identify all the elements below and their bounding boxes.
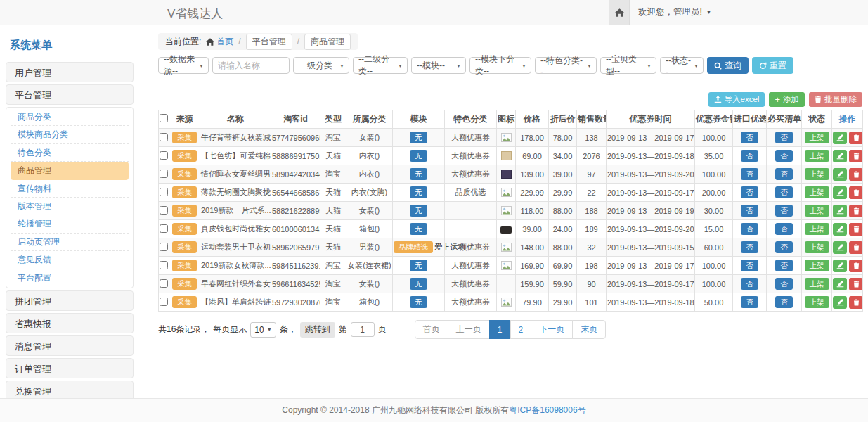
must-buy-toggle[interactable]: 否: [775, 132, 793, 143]
next-page-button[interactable]: 下一页: [531, 320, 573, 339]
delete-button[interactable]: [849, 296, 863, 309]
status-toggle[interactable]: 上架: [805, 223, 829, 235]
sidebar-item[interactable]: 省惠快报: [6, 313, 134, 333]
query-button[interactable]: 查询: [707, 57, 749, 74]
must-buy-toggle[interactable]: 否: [775, 278, 793, 290]
topbar-home-button[interactable]: [609, 0, 630, 25]
last-page-button[interactable]: 末页: [572, 320, 606, 339]
import-pref-toggle[interactable]: 否: [741, 296, 758, 308]
sidebar-subitem[interactable]: 宣传物料: [11, 180, 129, 198]
edit-button[interactable]: [833, 223, 847, 236]
sidebar-item[interactable]: 消息管理: [6, 335, 134, 356]
sidebar-subitem[interactable]: 版本管理: [11, 198, 129, 215]
delete-button[interactable]: [849, 223, 863, 236]
must-buy-toggle[interactable]: 否: [775, 260, 793, 271]
import-pref-toggle[interactable]: 否: [741, 241, 758, 253]
add-button[interactable]: + 添加: [769, 92, 805, 107]
edit-button[interactable]: [833, 150, 847, 162]
must-buy-toggle[interactable]: 否: [775, 186, 793, 198]
filter-select[interactable]: --二级分类--▼: [353, 57, 408, 74]
edit-button[interactable]: [833, 278, 847, 290]
edit-button[interactable]: [833, 205, 847, 217]
must-buy-toggle[interactable]: 否: [775, 205, 793, 217]
row-checkbox[interactable]: [160, 170, 168, 178]
status-toggle[interactable]: 上架: [805, 168, 829, 180]
edit-button[interactable]: [833, 260, 847, 272]
page-button-2[interactable]: 2: [510, 320, 532, 339]
status-toggle[interactable]: 上架: [805, 132, 829, 143]
edit-button[interactable]: [833, 168, 847, 181]
status-toggle[interactable]: 上架: [805, 241, 829, 253]
first-page-button[interactable]: 首页: [415, 320, 448, 339]
delete-button[interactable]: [849, 186, 863, 199]
sidebar-subitem[interactable]: 平台配置: [11, 269, 129, 287]
row-checkbox[interactable]: [160, 206, 168, 215]
sidebar-item[interactable]: 平台管理: [6, 84, 134, 105]
status-toggle[interactable]: 上架: [805, 296, 829, 308]
sidebar-item[interactable]: 拼团管理: [6, 290, 134, 311]
filter-select[interactable]: --数据来源--▼: [158, 57, 209, 74]
must-buy-toggle[interactable]: 否: [775, 150, 793, 162]
delete-button[interactable]: [849, 132, 863, 144]
import-excel-button[interactable]: 导入excel: [708, 92, 765, 107]
status-toggle[interactable]: 上架: [805, 205, 829, 217]
filter-select[interactable]: --状态--▼: [660, 57, 704, 74]
status-toggle[interactable]: 上架: [805, 260, 829, 271]
sidebar-subitem[interactable]: 特色分类: [11, 144, 129, 162]
user-menu[interactable]: 欢迎您，管理员! ▼: [630, 6, 720, 18]
filter-select[interactable]: --模块--▼: [411, 57, 466, 74]
sidebar-subitem[interactable]: 模块商品分类: [11, 126, 129, 143]
sidebar-subitem[interactable]: 商品分类: [11, 108, 129, 126]
prev-page-button[interactable]: 上一页: [448, 320, 490, 339]
page-number-input[interactable]: [351, 322, 375, 337]
delete-button[interactable]: [849, 260, 863, 272]
batch-delete-button[interactable]: 批量删除: [809, 92, 862, 107]
delete-button[interactable]: [849, 205, 863, 217]
search-name-input[interactable]: [212, 57, 290, 74]
row-checkbox[interactable]: [160, 133, 168, 141]
app-title[interactable]: V省钱达人: [167, 6, 223, 22]
row-checkbox[interactable]: [160, 298, 168, 306]
delete-button[interactable]: [849, 150, 863, 162]
filter-select[interactable]: 一级分类▼: [293, 57, 349, 74]
breadcrumb-home-link[interactable]: 首页: [206, 36, 233, 48]
edit-button[interactable]: [833, 296, 847, 309]
import-pref-toggle[interactable]: 否: [741, 223, 758, 235]
sidebar-subitem[interactable]: 意见反馈: [11, 251, 129, 269]
must-buy-toggle[interactable]: 否: [775, 168, 793, 180]
import-pref-toggle[interactable]: 否: [741, 260, 758, 271]
delete-button[interactable]: [849, 241, 863, 254]
breadcrumb-item-platform[interactable]: 平台管理: [246, 34, 292, 50]
delete-button[interactable]: [849, 168, 863, 181]
row-checkbox[interactable]: [160, 279, 168, 288]
delete-button[interactable]: [849, 278, 863, 290]
import-pref-toggle[interactable]: 否: [741, 186, 758, 198]
sidebar-subitem[interactable]: 启动页管理: [11, 234, 129, 251]
filter-select[interactable]: --特色分类--▼: [535, 57, 597, 74]
page-button-1[interactable]: 1: [489, 320, 511, 339]
select-all-checkbox[interactable]: [160, 114, 168, 122]
import-pref-toggle[interactable]: 否: [741, 150, 758, 162]
edit-button[interactable]: [833, 186, 847, 199]
edit-button[interactable]: [833, 132, 847, 144]
sidebar-item[interactable]: 用户管理: [6, 62, 134, 82]
row-checkbox[interactable]: [160, 243, 168, 251]
jump-button[interactable]: 跳转到: [300, 322, 335, 338]
import-pref-toggle[interactable]: 否: [741, 132, 758, 143]
filter-select[interactable]: --宝贝类型--▼: [600, 57, 656, 74]
icp-link[interactable]: 粤ICP备16098006号: [509, 404, 585, 416]
status-toggle[interactable]: 上架: [805, 278, 829, 290]
sidebar-subitem[interactable]: 轮播管理: [11, 215, 129, 233]
sidebar-subitem-active[interactable]: 商品管理: [11, 162, 129, 179]
row-checkbox[interactable]: [160, 261, 168, 269]
must-buy-toggle[interactable]: 否: [775, 296, 793, 308]
filter-select[interactable]: --模块下分类--▼: [469, 57, 531, 74]
sidebar-item[interactable]: 订单管理: [6, 358, 134, 378]
status-toggle[interactable]: 上架: [805, 150, 829, 162]
import-pref-toggle[interactable]: 否: [741, 205, 758, 217]
import-pref-toggle[interactable]: 否: [741, 168, 758, 180]
per-page-select[interactable]: 10 ▼: [250, 322, 276, 338]
edit-button[interactable]: [833, 241, 847, 254]
row-checkbox[interactable]: [160, 188, 168, 196]
status-toggle[interactable]: 上架: [805, 186, 829, 198]
